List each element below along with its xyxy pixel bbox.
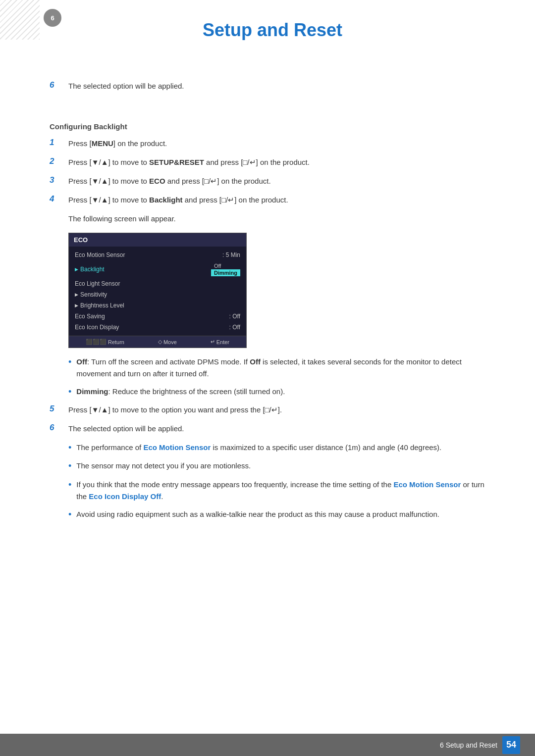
step-number-5: 5	[50, 404, 64, 414]
step-6-intro-text: The selected option will be applied.	[68, 80, 184, 92]
eco-footer: ⬛⬛⬛ Return ◇ Move ↵ Enter	[69, 336, 246, 348]
bullet-dimming-text: Dimming: Reduce the brightness of the sc…	[76, 386, 285, 398]
notes-bullets: • The performance of Eco Motion Sensor i…	[68, 442, 495, 521]
bullet-dot-note-2: •	[68, 460, 71, 472]
step-4-text: Press [▼/▲] to move to Backlight and pre…	[68, 194, 288, 206]
arrow-icon-2: ▶	[75, 292, 78, 297]
move-icon: ◇	[158, 339, 162, 345]
bullet-off: • Off: Turn off the screen and activate …	[68, 356, 495, 380]
step-2: 2 Press [▼/▲] to move to SETUP&RESET and…	[50, 156, 495, 168]
page-footer: 6 Setup and Reset 54	[0, 734, 535, 756]
step-1-text: Press [MENU] on the product.	[68, 138, 167, 150]
return-icon: ⬛⬛⬛	[86, 339, 107, 345]
eco-icon-highlight: Eco Icon Display Off	[89, 492, 161, 501]
eco-menu-area: Eco Motion Sensor : 5 Min ▶ Backlight Of…	[69, 247, 246, 336]
eco-label-light-sensor: Eco Light Sensor	[75, 280, 120, 287]
footer-text: 6 Setup and Reset	[440, 741, 497, 749]
note-4-text: Avoid using radio equipment such as a wa…	[76, 508, 439, 520]
eco-label-brightness: ▶ Brightness Level	[75, 302, 124, 309]
step-3-text: Press [▼/▲] to move to ECO and press [□/…	[68, 175, 271, 187]
eco-row-saving: Eco Saving : Off	[69, 311, 246, 322]
enter-icon: ↵	[211, 339, 215, 345]
step-number-3: 3	[50, 175, 64, 185]
note-2: • The sensor may not detect you if you a…	[68, 460, 495, 472]
arrow-icon-3: ▶	[75, 303, 78, 308]
eco-val-dimming: Dimming	[211, 269, 240, 276]
eco-screen-title: ECO	[69, 233, 246, 247]
eco-row-backlight: ▶ Backlight Off Dimming	[69, 260, 246, 278]
bullet-dot-off: •	[68, 356, 71, 368]
step-6-end-text: The selected option will be applied.	[68, 423, 184, 435]
page-title: Setup and Reset	[50, 15, 495, 41]
bullet-dot-note-3: •	[68, 479, 71, 491]
eco-row-sensitivity: ▶ Sensitivity	[69, 289, 246, 300]
step-number-6-end: 6	[50, 423, 64, 433]
eco-value-icon-display: : Off	[229, 324, 240, 331]
bullet-dot-note-1: •	[68, 442, 71, 454]
eco-motion-highlight-2: Eco Motion Sensor	[393, 480, 461, 489]
eco-row-motion-sensor: Eco Motion Sensor : 5 Min	[69, 250, 246, 260]
eco-footer-enter: ↵ Enter	[211, 339, 229, 345]
note-2-text: The sensor may not detect you if you are…	[76, 460, 251, 472]
eco-label-icon-display: Eco Icon Display	[75, 324, 119, 331]
step-number-6-intro: 6	[50, 80, 64, 90]
backlight-bullets: • Off: Turn off the screen and activate …	[68, 356, 495, 398]
note-3: • If you think that the mode entry messa…	[68, 479, 495, 503]
chapter-badge: 6	[44, 9, 61, 27]
step-6-end: 6 The selected option will be applied.	[50, 423, 495, 435]
step-1: 1 Press [MENU] on the product.	[50, 138, 495, 150]
step-6-intro: 6 The selected option will be applied.	[50, 80, 495, 92]
eco-label-motion: Eco Motion Sensor	[75, 252, 125, 258]
eco-label-saving: Eco Saving	[75, 313, 105, 320]
eco-value-saving: : Off	[229, 313, 240, 320]
note-4: • Avoid using radio equipment such as a …	[68, 508, 495, 521]
step-number-1: 1	[50, 138, 64, 148]
eco-row-light-sensor: Eco Light Sensor	[69, 278, 246, 289]
eco-footer-move: ◇ Move	[158, 339, 177, 345]
note-1: • The performance of Eco Motion Sensor i…	[68, 442, 495, 454]
eco-screen-mockup: ECO Eco Motion Sensor : 5 Min ▶ Backligh…	[68, 233, 247, 348]
note-3-text: If you think that the mode entry message…	[76, 479, 495, 503]
step-5-text: Press [▼/▲] to move to the option you wa…	[68, 404, 282, 416]
step-4: 4 Press [▼/▲] to move to Backlight and p…	[50, 194, 495, 206]
step-number-2: 2	[50, 156, 64, 166]
section-heading-backlight: Configuring Backlight	[50, 122, 495, 131]
eco-label-backlight: ▶ Backlight	[75, 266, 105, 273]
eco-footer-return: ⬛⬛⬛ Return	[86, 339, 124, 345]
bullet-off-text: Off: Turn off the screen and activate DP…	[76, 356, 495, 380]
note-1-text: The performance of Eco Motion Sensor is …	[76, 442, 441, 454]
step-number-4: 4	[50, 194, 64, 204]
step-3: 3 Press [▼/▲] to move to ECO and press […	[50, 175, 495, 187]
page-container: 6 Setup and Reset 6 The selected option …	[0, 0, 535, 556]
arrow-icon: ▶	[75, 267, 78, 272]
bullet-dot-dimming: •	[68, 386, 71, 398]
bullet-dimming: • Dimming: Reduce the brightness of the …	[68, 386, 495, 398]
eco-row-icon-display: Eco Icon Display : Off	[69, 322, 246, 333]
footer-page-number: 54	[502, 736, 520, 754]
following-screen-text: The following screen will appear.	[68, 213, 495, 225]
step-2-text: Press [▼/▲] to move to SETUP&RESET and p…	[68, 156, 310, 168]
eco-motion-highlight-1: Eco Motion Sensor	[143, 443, 211, 452]
step-5: 5 Press [▼/▲] to move to the option you …	[50, 404, 495, 416]
eco-backlight-values: Off Dimming	[211, 262, 240, 276]
eco-label-sensitivity: ▶ Sensitivity	[75, 291, 107, 298]
bullet-dot-note-4: •	[68, 508, 71, 521]
eco-value-motion: : 5 Min	[222, 252, 240, 258]
eco-val-off: Off	[211, 262, 224, 269]
eco-row-brightness: ▶ Brightness Level	[69, 300, 246, 311]
